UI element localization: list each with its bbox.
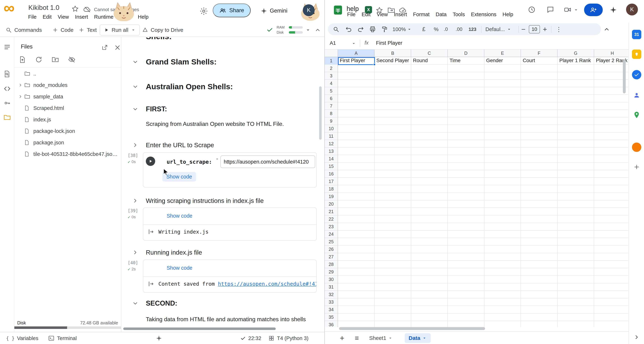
cell-C36[interactable]: [411, 321, 448, 327]
section-australian-open[interactable]: Australian Open Shells:: [132, 82, 233, 91]
files-folder-icon[interactable]: [4, 114, 11, 121]
row-header-29[interactable]: 29: [325, 268, 338, 276]
menu-view[interactable]: View: [374, 12, 391, 18]
secrets-key-icon[interactable]: [4, 100, 11, 107]
cell-B1[interactable]: Second Player: [374, 57, 411, 65]
cell-B8[interactable]: [374, 110, 411, 117]
cell-H14[interactable]: [594, 155, 628, 163]
print-icon[interactable]: [369, 25, 376, 34]
cell-E23[interactable]: [484, 223, 521, 230]
section-second[interactable]: SECOND:: [132, 299, 177, 307]
cell-A14[interactable]: [338, 155, 374, 163]
cell-A9[interactable]: [338, 117, 374, 125]
cell-G35[interactable]: [558, 313, 594, 321]
cell-G32[interactable]: [558, 291, 594, 298]
cell-G27[interactable]: [558, 253, 594, 261]
show-code-button[interactable]: Show code: [167, 265, 192, 271]
cell-H29[interactable]: [594, 268, 628, 276]
cell-C35[interactable]: [411, 313, 448, 321]
menu-format[interactable]: Format: [410, 12, 433, 18]
cell-G22[interactable]: [558, 215, 594, 223]
cell-B22[interactable]: [374, 215, 411, 223]
column-header-H[interactable]: H: [594, 50, 628, 57]
show-code-button[interactable]: Show code: [167, 213, 192, 219]
menu-edit[interactable]: Edit: [358, 12, 374, 18]
file-tree-item[interactable]: package.json: [14, 137, 121, 148]
column-header-A[interactable]: A: [338, 50, 374, 57]
cell-D35[interactable]: [448, 313, 484, 321]
cell-D27[interactable]: [448, 253, 484, 261]
cell-H31[interactable]: [594, 283, 628, 291]
cell-A28[interactable]: [338, 261, 374, 268]
cell-G7[interactable]: [558, 102, 594, 110]
percent-format-button[interactable]: %: [434, 25, 438, 34]
cell-G15[interactable]: [558, 163, 594, 170]
tab-data[interactable]: Data: [405, 333, 431, 343]
expand-caret-icon[interactable]: [17, 94, 24, 99]
font-size-input[interactable]: 10: [529, 25, 540, 33]
row-header-10[interactable]: 10: [325, 125, 338, 133]
cell-H36[interactable]: [594, 321, 628, 327]
cell-B15[interactable]: [374, 163, 411, 170]
gemini-sparkle-icon[interactable]: [610, 6, 617, 14]
cell-G16[interactable]: [558, 170, 594, 178]
section-writing[interactable]: Writing scraping instructions in index.j…: [132, 197, 264, 204]
cell-C18[interactable]: [411, 185, 448, 193]
cell-F15[interactable]: [521, 163, 558, 170]
cell-H34[interactable]: [594, 306, 628, 313]
run-cell-button[interactable]: [146, 157, 155, 166]
cell-G6[interactable]: [558, 95, 594, 102]
cell-G20[interactable]: [558, 200, 594, 208]
cell-C25[interactable]: [411, 238, 448, 246]
cell-G30[interactable]: [558, 276, 594, 283]
cell-E24[interactable]: [484, 230, 521, 238]
cell-E36[interactable]: [484, 321, 521, 327]
section-running[interactable]: Running index.js file: [132, 249, 202, 256]
chevron-right-icon[interactable]: [132, 198, 138, 204]
cell-G9[interactable]: [558, 117, 594, 125]
paint-format-icon[interactable]: [381, 25, 388, 34]
cell-F18[interactable]: [521, 185, 558, 193]
cell-D1[interactable]: Time: [448, 57, 484, 65]
cell-H10[interactable]: [594, 125, 628, 133]
menu-tools[interactable]: Tools: [450, 12, 468, 18]
decrease-font-button[interactable]: −: [521, 25, 526, 34]
cell-H19[interactable]: [594, 193, 628, 200]
row-header-12[interactable]: 12: [325, 140, 338, 148]
file-tree-item[interactable]: ..: [14, 68, 121, 79]
refresh-icon[interactable]: [35, 56, 42, 63]
file-tree-item[interactable]: node_modules: [14, 79, 121, 91]
chevron-right-icon[interactable]: [132, 249, 138, 255]
cell-G23[interactable]: [558, 223, 594, 230]
keep-icon[interactable]: [632, 50, 641, 59]
cell-B10[interactable]: [374, 125, 411, 133]
increase-font-button[interactable]: +: [543, 25, 547, 34]
cell-H8[interactable]: [594, 110, 628, 117]
version-history-icon[interactable]: [528, 6, 536, 14]
cell-D18[interactable]: [448, 185, 484, 193]
cell-G19[interactable]: [558, 193, 594, 200]
menu-view[interactable]: View: [55, 14, 72, 20]
row-header-31[interactable]: 31: [325, 283, 338, 291]
cell-A25[interactable]: [338, 238, 374, 246]
tasks-icon[interactable]: [632, 70, 641, 79]
row-header-1[interactable]: 1: [325, 57, 338, 65]
cell-H28[interactable]: [594, 261, 628, 268]
menu-file[interactable]: File: [25, 14, 40, 20]
cell-A32[interactable]: [338, 291, 374, 298]
cell-C12[interactable]: [411, 140, 448, 148]
cell-G24[interactable]: [558, 230, 594, 238]
cell-G17[interactable]: [558, 178, 594, 185]
settings-gear-icon[interactable]: [200, 7, 208, 16]
cell-C9[interactable]: [411, 117, 448, 125]
cell-C28[interactable]: [411, 261, 448, 268]
cell-G36[interactable]: [558, 321, 594, 327]
cell-A7[interactable]: [338, 102, 374, 110]
cell-G18[interactable]: [558, 185, 594, 193]
cell-C5[interactable]: [411, 87, 448, 95]
cell-B30[interactable]: [374, 276, 411, 283]
cell-E1[interactable]: Gender: [484, 57, 521, 65]
row-header-20[interactable]: 20: [325, 200, 338, 208]
collapse-toolbar-icon[interactable]: [315, 27, 321, 33]
menu-file[interactable]: File: [344, 12, 358, 18]
